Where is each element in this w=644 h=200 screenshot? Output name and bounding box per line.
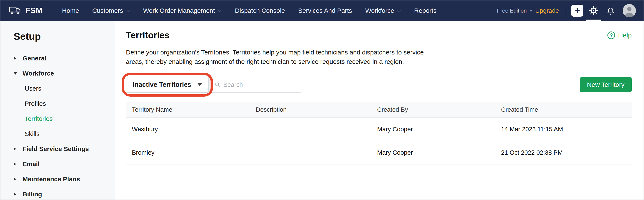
vertical-divider (565, 6, 565, 16)
nav-label: Dispatch Console (235, 7, 285, 14)
top-navbar: FSM Home Customers Work Order Management… (0, 0, 644, 21)
sidebar-item-general[interactable]: General (14, 51, 115, 66)
territories-table: Territory Name Description Created By Cr… (126, 102, 632, 164)
sidebar-item-label: Maintenance Plans (22, 176, 80, 183)
sidebar-item-label: Territories (25, 115, 53, 122)
col-header-territory-name: Territory Name (126, 102, 250, 118)
nav-label: Home (62, 7, 79, 14)
upgrade-link[interactable]: Upgrade (535, 7, 559, 14)
sidebar-item-label: Workforce (22, 70, 54, 77)
territories-main: Territories Help Define your organizatio… (115, 21, 644, 200)
sidebar-item-label: Billing (22, 191, 42, 198)
nav-label: Services And Parts (298, 7, 352, 14)
search-icon (214, 82, 220, 88)
settings-gear-icon[interactable] (587, 5, 600, 16)
setup-tree: General Workforce Users Profiles Territo… (14, 51, 115, 200)
navbar-right: Free Edition Upgrade + (497, 4, 636, 17)
nav-label: Work Order Management (143, 7, 215, 14)
col-header-created-time: Created Time (495, 102, 632, 118)
new-territory-button[interactable]: New Territory (580, 77, 632, 92)
sidebar-item-field-service-settings[interactable]: Field Service Settings (14, 141, 115, 156)
brand-name: FSM (26, 6, 42, 15)
cell-created-time: 14 Mar 2023 11:15 AM (495, 118, 632, 141)
content-area: Setup General Workforce Users Profiles T (0, 21, 644, 200)
sidebar-item-billing[interactable]: Billing (14, 186, 115, 200)
cell-created-time: 21 Oct 2022 02:38 PM (495, 141, 632, 164)
sidebar-item-label: General (22, 55, 46, 62)
col-header-created-by: Created By (371, 102, 495, 118)
list-controls: Inactive Territories New Territory (126, 76, 632, 93)
sidebar-item-label: Profiles (25, 100, 46, 107)
collapsed-arrow-icon (14, 178, 18, 181)
chevron-down-icon (397, 10, 401, 12)
user-avatar[interactable] (623, 4, 636, 17)
col-header-description: Description (250, 102, 371, 118)
nav-label: Reports (414, 7, 436, 14)
nav-item-home[interactable]: Home (62, 7, 79, 14)
fsm-logo-icon (9, 6, 21, 16)
nav-label: Customers (92, 7, 123, 14)
cell-created-by: Mary Cooper (371, 141, 495, 164)
help-question-icon (608, 32, 615, 39)
sidebar-item-maintenance-plans[interactable]: Maintenance Plans (14, 172, 115, 186)
territory-filter-dropdown[interactable]: Inactive Territories (126, 76, 209, 93)
table-row[interactable]: Westbury Mary Cooper 14 Mar 2023 11:15 A… (126, 118, 632, 141)
nav-item-services-and-parts[interactable]: Services And Parts (298, 7, 352, 14)
nav-label: Workforce (365, 7, 394, 14)
page-title: Territories (126, 30, 170, 40)
collapsed-arrow-icon (14, 147, 18, 151)
main-nav: Home Customers Work Order Management Dis… (62, 7, 437, 14)
help-link[interactable]: Help (608, 32, 632, 39)
table-row[interactable]: Bromley Mary Cooper 21 Oct 2022 02:38 PM (126, 141, 632, 164)
collapsed-arrow-icon (14, 162, 18, 166)
search-input[interactable] (223, 81, 296, 88)
edition-label: Free Edition (497, 8, 527, 14)
cell-territory-name: Bromley (126, 141, 250, 164)
brand[interactable]: FSM (9, 6, 42, 16)
help-label: Help (618, 32, 632, 39)
sidebar-title: Setup (14, 31, 115, 42)
sidebar-item-users[interactable]: Users (14, 81, 115, 96)
chevron-down-icon (218, 10, 222, 12)
nav-item-customers[interactable]: Customers (92, 7, 130, 14)
table-header-row: Territory Name Description Created By Cr… (126, 102, 632, 118)
setup-sidebar: Setup General Workforce Users Profiles T (0, 21, 115, 200)
sidebar-item-skills[interactable]: Skills (14, 126, 115, 141)
sidebar-item-territories[interactable]: Territories (14, 111, 115, 126)
cell-description (250, 141, 371, 164)
sidebar-item-email[interactable]: Email (14, 156, 115, 172)
cell-territory-name: Westbury (126, 118, 250, 141)
fsm-setup-page: FSM Home Customers Work Order Management… (0, 0, 644, 200)
filter-selected-value: Inactive Territories (133, 81, 191, 88)
nav-item-dispatch-console[interactable]: Dispatch Console (235, 7, 285, 14)
caret-down-icon (198, 84, 202, 86)
sidebar-item-workforce[interactable]: Workforce (14, 66, 115, 81)
sidebar-item-label: Skills (25, 130, 40, 138)
cell-description (250, 118, 371, 141)
expanded-arrow-icon (14, 72, 18, 75)
collapsed-arrow-icon (14, 56, 18, 60)
dot-separator (530, 10, 532, 12)
search-box (210, 76, 301, 93)
chevron-down-icon (126, 10, 130, 12)
nav-item-workforce[interactable]: Workforce (365, 7, 401, 14)
sidebar-item-label: Users (25, 85, 41, 92)
sidebar-item-profiles[interactable]: Profiles (14, 96, 115, 111)
page-description: Define your organization's Territories. … (126, 48, 438, 66)
collapsed-arrow-icon (14, 192, 18, 196)
cell-created-by: Mary Cooper (371, 118, 495, 141)
quick-create-button[interactable]: + (571, 5, 583, 16)
nav-item-reports[interactable]: Reports (414, 7, 436, 14)
notifications-bell-icon[interactable] (604, 5, 617, 16)
sidebar-item-label: Field Service Settings (22, 145, 89, 152)
nav-item-work-order-management[interactable]: Work Order Management (143, 7, 222, 14)
sidebar-item-label: Email (22, 160, 40, 168)
